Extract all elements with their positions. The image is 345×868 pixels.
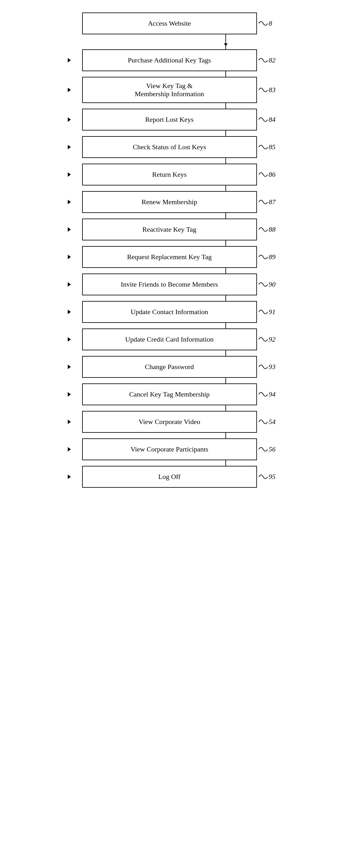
ref-area: 90 <box>259 280 278 288</box>
connector-line <box>225 405 226 411</box>
squiggle-line-icon <box>259 336 268 343</box>
squiggle-line-icon <box>259 363 268 371</box>
arrow-head-icon <box>68 420 71 424</box>
arrow-head-icon <box>68 145 71 149</box>
flow-box: Check Status of Lost Keys <box>82 136 257 158</box>
ref-area: 91 <box>259 308 278 316</box>
squiggle-line-icon <box>259 57 268 64</box>
box-and-ref: Purchase Additional Key Tags82 <box>82 49 282 71</box>
arrow-head-icon <box>68 365 71 369</box>
arrow-head-icon <box>68 447 71 452</box>
squiggle-line-icon <box>259 281 268 288</box>
flow-item-row: Request Replacement Key Tag89 <box>63 246 282 268</box>
reference-number: 89 <box>269 253 276 261</box>
connector-line <box>225 433 226 438</box>
box-and-ref: Check Status of Lost Keys85 <box>82 136 282 158</box>
ref-area: 95 <box>259 473 278 481</box>
flow-item-row: Change Password93 <box>63 356 282 378</box>
connector-line <box>225 323 226 329</box>
squiggle-line-icon <box>259 418 268 426</box>
arrow-head-icon <box>68 172 71 177</box>
reference-number: 91 <box>269 308 276 316</box>
box-and-ref: Return Keys86 <box>82 164 282 185</box>
squiggle-line-icon <box>259 20 268 27</box>
ref-area: 84 <box>259 116 278 124</box>
connector-line <box>225 296 226 301</box>
flow-box: Access Website <box>82 12 257 34</box>
arrow-head-icon <box>68 337 71 342</box>
connector-line <box>225 103 226 108</box>
connector-line <box>225 158 226 164</box>
left-arrow-indicator <box>68 227 71 232</box>
flow-box: View Corporate Participants <box>82 438 257 460</box>
flow-box: Return Keys <box>82 164 257 185</box>
flow-item-row: Renew Membership87 <box>63 191 282 213</box>
arrow-head-icon <box>68 392 71 397</box>
flow-item-row: Purchase Additional Key Tags82 <box>63 49 282 71</box>
box-and-ref: Reactivate Key Tag88 <box>82 219 282 240</box>
flow-item-row: Update Credit Card Information92 <box>63 329 282 350</box>
box-and-ref: Renew Membership87 <box>82 191 282 213</box>
ref-area: 87 <box>259 198 278 206</box>
reference-number: 8 <box>269 19 272 28</box>
arrow-head-icon <box>68 310 71 314</box>
squiggle-line-icon <box>259 171 268 178</box>
flow-box: View Corporate Video <box>82 411 257 433</box>
box-and-ref: View Corporate Video54 <box>82 411 282 433</box>
connector-line <box>225 240 226 246</box>
reference-number: 93 <box>269 363 276 371</box>
flow-box: Renew Membership <box>82 191 257 213</box>
connector-line <box>225 460 226 466</box>
box-and-ref: Report Lost Keys84 <box>82 108 282 130</box>
ref-area: 82 <box>259 56 278 64</box>
flow-item-row: Report Lost Keys84 <box>63 108 282 130</box>
left-arrow-indicator <box>68 117 71 122</box>
flow-box: Cancel Key Tag Membership <box>82 383 257 405</box>
flow-box: Log Off <box>82 466 257 488</box>
flow-box: Purchase Additional Key Tags <box>82 49 257 71</box>
reference-number: 94 <box>269 390 276 398</box>
flow-item-row: Cancel Key Tag Membership94 <box>63 383 282 405</box>
arrow-head-icon <box>68 58 71 62</box>
flow-box: Report Lost Keys <box>82 108 257 130</box>
flow-item-row: Invite Friends to Become Members90 <box>63 274 282 296</box>
arrow-head-icon <box>68 200 71 204</box>
box-and-ref: Update Credit Card Information92 <box>82 329 282 350</box>
box-and-ref: View Key Tag & Membership Information83 <box>82 77 282 103</box>
left-arrow-indicator <box>68 200 71 204</box>
flow-item-row: View Corporate Video54 <box>63 411 282 433</box>
left-arrow-indicator <box>68 172 71 177</box>
left-arrow-indicator <box>68 474 71 479</box>
arrow-head-icon <box>68 227 71 232</box>
connector-line <box>225 268 226 274</box>
left-arrow-indicator <box>68 420 71 424</box>
box-and-ref: Update Contact Information91 <box>82 301 282 323</box>
reference-number: 83 <box>269 86 276 94</box>
reference-number: 87 <box>269 198 276 206</box>
flow-box: Update Credit Card Information <box>82 329 257 350</box>
left-arrow-indicator <box>68 255 71 259</box>
left-arrow-indicator <box>68 392 71 397</box>
reference-number: 95 <box>269 473 276 481</box>
reference-number: 92 <box>269 335 276 343</box>
ref-area: 8 <box>259 19 278 28</box>
squiggle-line-icon <box>259 226 268 233</box>
left-arrow-indicator <box>68 145 71 149</box>
reference-number: 84 <box>269 116 276 124</box>
ref-area: 89 <box>259 253 278 261</box>
flowchart-container: Access Website8Purchase Additional Key T… <box>63 6 282 488</box>
ref-area: 92 <box>259 335 278 343</box>
flow-item-row: Reactivate Key Tag88 <box>63 219 282 240</box>
box-and-ref: Log Off95 <box>82 466 282 488</box>
flow-box: View Key Tag & Membership Information <box>82 77 257 103</box>
flow-box: Reactivate Key Tag <box>82 219 257 240</box>
flow-box: Request Replacement Key Tag <box>82 246 257 268</box>
flow-box: Update Contact Information <box>82 301 257 323</box>
box-and-ref: View Corporate Participants56 <box>82 438 282 460</box>
ref-area: 93 <box>259 363 278 371</box>
arrow-head-icon <box>68 117 71 122</box>
connector-line <box>225 350 226 356</box>
ref-area: 56 <box>259 445 278 453</box>
squiggle-line-icon <box>259 308 268 316</box>
left-arrow-indicator <box>68 310 71 314</box>
